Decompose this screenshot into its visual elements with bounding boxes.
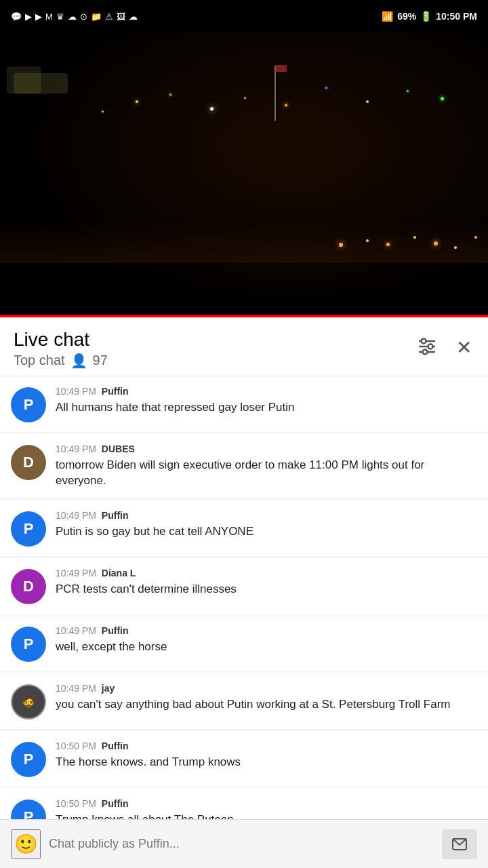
message-username: jay (102, 683, 115, 694)
message-meta: 10:50 PM Puffin (56, 741, 477, 751)
message-content: 10:49 PM jay you can't say anything bad … (56, 683, 477, 713)
message-time: 10:49 PM (56, 386, 96, 397)
chat-message-item: D 10:49 PM DUBES tomorrow Biden will sig… (0, 434, 488, 500)
message-text: you can't say anything bad about Putin w… (56, 696, 477, 713)
message-text: tomorrow Biden will sign executive order… (56, 457, 477, 490)
avatar: D (11, 445, 46, 480)
crown-icon: ♛ (56, 12, 64, 22)
avatar: P (11, 742, 46, 777)
progress-bar[interactable] (0, 315, 488, 317)
wifi-icon: 📶 (382, 11, 393, 22)
message-username: Puffin (102, 625, 129, 636)
message-time: 10:49 PM (56, 683, 96, 694)
message-text: well, except the horse (56, 639, 477, 655)
battery-percent: 69% (397, 11, 416, 22)
battery-icon: 🔋 (420, 11, 432, 22)
chat-message-item: P 10:49 PM Puffin well, except the horse (0, 616, 488, 672)
message-content: 10:49 PM Puffin Putin is so gay but he c… (56, 510, 477, 540)
warning-icon: ⚠ (105, 12, 113, 22)
message-meta: 10:49 PM Puffin (56, 625, 477, 636)
message-username: DUBES (102, 443, 135, 454)
chat-message-item: 🧔 10:49 PM jay you can't say anything ba… (0, 673, 488, 730)
chat-message-item: P 10:49 PM Puffin Putin is so gay but he… (0, 500, 488, 557)
close-button[interactable]: ✕ (453, 334, 474, 361)
avatar: P (11, 627, 46, 662)
chat-mode-row: Top chat 👤 97 (14, 353, 108, 369)
status-info-right: 📶 69% 🔋 10:50 PM (382, 11, 477, 22)
chat-text-input[interactable] (49, 837, 435, 851)
m-icon: M (45, 12, 53, 22)
chat-message-item: D 10:49 PM Diana L PCR tests can't deter… (0, 558, 488, 614)
message-time: 10:49 PM (56, 443, 96, 454)
message-content: 10:49 PM Diana L PCR tests can't determi… (56, 568, 477, 597)
live-chat-title: Live chat (14, 328, 108, 351)
cloud-icon: ☁ (68, 12, 77, 22)
avatar: P (11, 387, 46, 422)
message-text: Putin is so gay but he cat tell ANYONE (56, 524, 477, 540)
video-background (0, 33, 488, 317)
message-time: 10:49 PM (56, 510, 96, 521)
message-username: Puffin (102, 741, 129, 751)
chat-header-actions: ✕ (414, 328, 474, 361)
message-time: 10:49 PM (56, 625, 96, 636)
message-content: 10:49 PM Puffin All humans hate that rep… (56, 386, 477, 416)
message-meta: 10:49 PM Puffin (56, 510, 477, 521)
avatar: D (11, 569, 46, 604)
filter-button[interactable] (414, 334, 440, 361)
message-username: Puffin (102, 798, 129, 809)
sliders-icon (417, 337, 437, 356)
message-content: 10:49 PM Puffin well, except the horse (56, 625, 477, 655)
send-button[interactable] (442, 829, 477, 859)
chat-header: Live chat Top chat 👤 97 ✕ (0, 317, 488, 376)
svg-point-1 (422, 339, 426, 344)
emoji-button[interactable]: 🙂 (11, 829, 41, 859)
send-icon (451, 836, 468, 852)
circle-icon: ⊙ (80, 12, 87, 22)
svg-point-5 (423, 350, 428, 355)
svg-point-3 (428, 344, 433, 349)
chat-header-left: Live chat Top chat 👤 97 (14, 328, 108, 369)
message-meta: 10:49 PM Puffin (56, 386, 477, 397)
message-text: The horse knows. and Trump knows (56, 754, 477, 770)
status-bar: 💬 ▶ ▶ M ♛ ☁ ⊙ 📁 ⚠ 🖼 ☁ 📶 69% 🔋 10:50 PM (0, 0, 488, 33)
chat-message-item: P 10:49 PM Puffin All humans hate that r… (0, 376, 488, 433)
image-icon: 🖼 (117, 12, 125, 22)
chat-message-item: P 10:50 PM Puffin The horse knows. and T… (0, 731, 488, 787)
avatar: P (11, 511, 46, 547)
status-icons-left: 💬 ▶ ▶ M ♛ ☁ ⊙ 📁 ⚠ 🖼 ☁ (11, 12, 138, 22)
message-time: 10:50 PM (56, 741, 96, 751)
message-meta: 10:49 PM Diana L (56, 568, 477, 578)
message-time: 10:50 PM (56, 798, 96, 809)
message-username: Puffin (102, 510, 129, 521)
chat-input-bar: 🙂 (0, 819, 488, 868)
folder-icon: 📁 (91, 12, 102, 22)
top-chat-label: Top chat (14, 353, 65, 368)
message-username: Puffin (102, 386, 129, 397)
message-meta: 10:50 PM Puffin (56, 798, 477, 809)
message-meta: 10:49 PM jay (56, 683, 477, 694)
message-content: 10:49 PM DUBES tomorrow Biden will sign … (56, 443, 477, 490)
youtube2-icon: ▶ (35, 12, 42, 22)
chat-message-list: P 10:49 PM Puffin All humans hate that r… (0, 376, 488, 868)
youtube-icon: ▶ (25, 12, 32, 22)
message-text: PCR tests can't determine illnesses (56, 581, 477, 597)
video-player[interactable] (0, 33, 488, 317)
cloud2-icon: ☁ (129, 12, 138, 22)
message-content: 10:50 PM Puffin The horse knows. and Tru… (56, 741, 477, 770)
viewers-count: 97 (93, 353, 108, 368)
viewers-icon: 👤 (70, 353, 87, 369)
message-meta: 10:49 PM DUBES (56, 443, 477, 454)
avatar: 🧔 (11, 684, 46, 719)
message-time: 10:49 PM (56, 568, 96, 578)
message-username: Diana L (102, 568, 136, 578)
message-icon: 💬 (11, 12, 22, 22)
time-display: 10:50 PM (436, 11, 477, 22)
message-text: All humans hate that repressed gay loser… (56, 399, 477, 416)
